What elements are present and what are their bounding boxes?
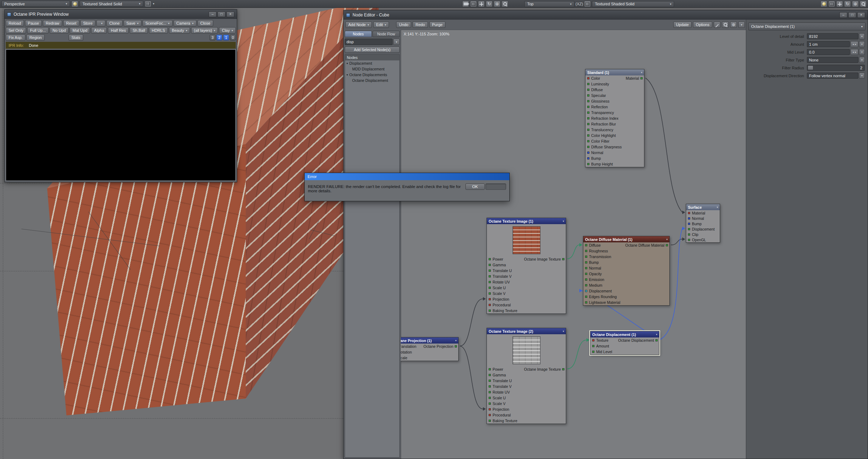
input-dot[interactable] [585,244,587,246]
slider-thumb[interactable] [808,65,813,70]
light-icon[interactable] [71,1,78,7]
node-input-row[interactable]: Amount [590,343,659,349]
chevron-down-icon[interactable]: ▾ [715,206,718,209]
input-dot[interactable] [585,278,587,281]
node-input-row[interactable]: Roughness [583,248,669,254]
node-output[interactable]: Octane Image Texture [524,256,564,262]
node-input-row[interactable]: Material [686,210,720,216]
node-input-row[interactable]: Projection [487,406,566,412]
node-title-bar[interactable]: Octane Texture Image (1) ▾ [487,218,566,224]
close-icon[interactable]: × [857,12,865,18]
ipr-button[interactable]: Camera [174,20,196,26]
input-dot[interactable] [585,284,587,286]
input-dot[interactable] [688,233,690,236]
node-input-row[interactable]: Refraction Index [585,115,644,121]
node-input-row[interactable]: Normal [686,216,720,221]
node-input-row[interactable]: Diffuse [585,87,644,93]
node-octane-diffuse-material[interactable]: Octane Diffuse Material (1) ▾ Octane Dif… [583,236,670,306]
node-input-row[interactable]: Procedural [487,302,566,308]
node-title-bar[interactable]: Octane Projection (1) ▾ [392,337,458,344]
input-dot[interactable] [587,163,589,165]
ipr-page-button[interactable]: 0 [230,35,236,40]
magnifier-icon[interactable] [722,21,729,28]
node-surface[interactable]: Surface ▾ Material Normal [686,204,720,243]
node-output[interactable]: Octane Diffuse Material [625,242,668,248]
node-title-bar[interactable]: Standard (1) ▾ [585,69,644,75]
input-dot[interactable] [688,217,690,219]
maximize-icon[interactable]: □ [848,12,856,18]
input-dot[interactable] [489,270,491,272]
input-dot[interactable] [489,304,491,306]
purge-button[interactable]: Purge [429,21,445,28]
node-input-row[interactable]: Transparency [585,110,644,115]
input-dot[interactable] [489,397,491,399]
input-dot[interactable] [489,403,491,405]
input-dot[interactable] [489,287,491,289]
node-input-row[interactable]: Gamma [487,372,566,378]
input-dot[interactable] [587,77,589,79]
node-input-row[interactable]: Mid Level [590,349,659,355]
input-dot[interactable] [587,129,589,131]
input-dot[interactable] [587,94,589,97]
ipr-page-button[interactable]: 3 [210,35,215,40]
chevron-down-icon[interactable]: ▾ [654,333,657,336]
tab-node-flow[interactable]: Node Flow [373,31,400,37]
zoom-icon[interactable]: ⊕ [730,21,737,28]
node-input-row[interactable]: Procedural [487,412,566,418]
input-dot[interactable] [489,298,491,300]
input-dot[interactable] [587,134,589,137]
rotate-icon[interactable]: ↻ [844,1,851,7]
amount-envelope-dropdown[interactable]: ▾ [859,41,865,47]
input-dot[interactable] [585,261,587,263]
magnifier-icon[interactable] [860,1,867,7]
grid-icon[interactable] [470,1,477,7]
input-dot[interactable] [489,414,491,416]
node-input-row[interactable]: OpenGL [686,237,720,242]
grid-icon[interactable] [145,1,151,7]
node-input-row[interactable]: Diffuse Sharpness [585,144,644,150]
output-dot[interactable] [640,77,643,79]
mid-level-stepper[interactable]: ◄► [850,49,858,55]
ipr-button[interactable]: Alpha [91,27,107,34]
node-tree-item[interactable]: MDD Displacement [345,66,399,72]
mid-level-envelope-dropdown[interactable]: ▾ [859,49,865,55]
node-input-row[interactable]: Translate V [487,273,566,279]
input-dot[interactable] [587,83,589,85]
error-dialog-titlebar[interactable]: Error [305,173,509,180]
node-output[interactable]: Octane Projection [424,344,457,349]
node-input-row[interactable]: Bump [585,156,644,161]
ipr-button[interactable]: Sh.Ball [130,27,148,34]
input-dot[interactable] [585,267,587,269]
input-dot[interactable] [489,380,491,382]
node-input-row[interactable]: Projection [487,296,566,302]
output-dot[interactable] [666,244,668,246]
input-dot[interactable] [489,258,491,260]
node-title-bar[interactable]: Surface ▾ [686,204,720,210]
input-dot[interactable] [585,250,587,252]
node-input-row[interactable]: Translate U [487,378,566,384]
node-input-row[interactable]: Color Filter [585,138,644,144]
input-dot[interactable] [587,157,589,159]
node-octane-texture-image-2[interactable]: Octane Texture Image (2) ▾ Octane Image … [487,328,566,424]
ipr-button[interactable]: Store [80,20,95,26]
filter-type-field[interactable]: None [807,57,858,63]
input-dot[interactable] [688,239,690,241]
filter-radius-slider[interactable]: 2 [807,65,865,71]
node-input-row[interactable]: Bump [686,221,720,226]
output-dot[interactable] [562,368,564,370]
redo-button[interactable]: Redo [413,21,428,28]
tab-nodes[interactable]: Nodes [345,31,372,37]
node-input-row[interactable]: Specular [585,93,644,98]
ipr-button[interactable]: HDRLS [149,27,168,34]
chevron-down-icon[interactable]: ▾ [639,71,642,74]
node-input-row[interactable]: Glossiness [585,98,644,104]
node-input-row[interactable]: Luminosity [585,81,644,87]
input-dot[interactable] [688,228,690,230]
ipr-button[interactable]: SceneFoc... [143,20,173,26]
node-octane-projection[interactable]: Octane Projection (1) ▾ Octane Projectio… [392,337,459,361]
input-dot[interactable] [585,296,587,298]
light-icon[interactable] [820,1,827,7]
node-input-row[interactable]: Scale V [487,291,566,296]
ipr-button[interactable]: Beauty [169,27,190,34]
node-graph-canvas[interactable] [401,30,746,459]
